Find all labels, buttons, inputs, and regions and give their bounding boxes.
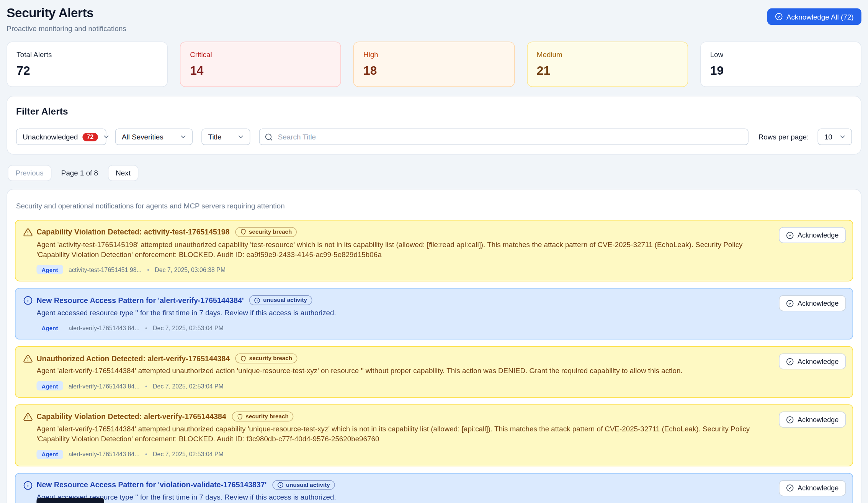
stat-card-low: Low 19: [700, 41, 861, 87]
acknowledge-button[interactable]: Acknowledge: [779, 480, 846, 496]
check-circle-icon: [786, 416, 794, 424]
security-alerts-page: Security Alerts Proactive monitoring and…: [0, 0, 868, 503]
check-circle-icon: [786, 300, 794, 307]
alert-meta: Agent activity-test-17651451 98... • Dec…: [36, 265, 768, 275]
acknowledge-button[interactable]: Acknowledge: [779, 354, 846, 370]
entity-id: alert-verify-17651443 84...: [69, 383, 140, 389]
stat-label: Total Alerts: [16, 51, 158, 59]
chevron-down-icon: [179, 133, 187, 141]
rows-per-page-select[interactable]: 10: [817, 128, 852, 145]
meta-dot: •: [145, 451, 147, 457]
alert-description: Agent accessed resource type '' for the …: [36, 493, 768, 503]
alerts-list: Capability Violation Detected: activity-…: [15, 220, 853, 503]
page-title: Security Alerts: [7, 5, 126, 20]
alert-item: Capability Violation Detected: alert-ver…: [15, 405, 853, 466]
chevron-down-icon: [237, 133, 245, 141]
acknowledge-button-label: Acknowledge: [798, 358, 839, 365]
entity-type-badge: Agent: [36, 265, 63, 275]
chevron-down-icon: [839, 133, 846, 141]
severity-badge-label: security breach: [245, 413, 288, 420]
severity-filter-select[interactable]: All Severities: [115, 128, 193, 145]
alert-body: Capability Violation Detected: activity-…: [36, 227, 845, 275]
stat-card-medium: Medium 21: [527, 41, 688, 87]
check-circle-icon: [786, 358, 794, 365]
alert-description: Agent 'alert-verify-1765144384' attempte…: [36, 366, 768, 377]
partial-tooltip: [36, 498, 104, 503]
alert-title: New Resource Access Pattern for 'violati…: [36, 481, 266, 489]
search-input[interactable]: [259, 128, 749, 145]
page-info: Page 1 of 8: [61, 169, 98, 177]
triangle-alert-icon: [23, 354, 33, 364]
meta-dot: •: [147, 266, 149, 273]
severity-filter-value: All Severities: [122, 133, 163, 141]
stat-label: Low: [710, 51, 852, 59]
stat-label: Critical: [190, 51, 331, 59]
filter-panel: Filter Alerts Unacknowledged 72 All Seve…: [7, 96, 861, 154]
acknowledge-button[interactable]: Acknowledge: [779, 227, 846, 243]
check-circle-icon: [786, 484, 794, 492]
alerts-panel: Security and operational notifications f…: [7, 189, 861, 503]
entity-type-badge: Agent: [36, 381, 63, 391]
alert-body: New Resource Access Pattern for 'alert-v…: [36, 295, 845, 333]
alert-title-row: New Resource Access Pattern for 'alert-v…: [36, 295, 768, 305]
severity-badge: unusual activity: [272, 480, 335, 490]
alert-item: Capability Violation Detected: activity-…: [15, 220, 853, 282]
info-circle-icon: [23, 481, 33, 490]
previous-page-button[interactable]: Previous: [8, 165, 51, 181]
info-circle-icon: [23, 296, 33, 306]
alert-title: Capability Violation Detected: alert-ver…: [36, 413, 226, 421]
stat-value: 72: [16, 64, 158, 78]
stat-card-high: High 18: [353, 41, 515, 87]
stat-value: 14: [190, 64, 331, 78]
triangle-alert-icon: [23, 412, 33, 422]
page-header-text: Security Alerts Proactive monitoring and…: [7, 5, 126, 33]
entity-type-badge: Agent: [36, 450, 63, 459]
info-icon: [254, 297, 260, 303]
alert-timestamp: Dec 7, 2025, 02:53:04 PM: [153, 451, 224, 457]
unacknowledged-count-badge: 72: [82, 133, 98, 141]
next-page-button[interactable]: Next: [108, 165, 138, 181]
alert-title: New Resource Access Pattern for 'alert-v…: [36, 296, 244, 305]
meta-dot: •: [145, 324, 147, 331]
page-subtitle: Proactive monitoring and notifications: [7, 25, 126, 33]
info-icon: [277, 482, 283, 488]
shield-icon: [240, 356, 247, 362]
alert-title-row: Capability Violation Detected: activity-…: [36, 227, 768, 237]
alert-description: Agent 'alert-verify-1765144384' attempte…: [36, 424, 768, 444]
rows-per-page-value: 10: [824, 133, 832, 141]
search-wrap: [259, 128, 749, 145]
field-filter-value: Title: [208, 133, 222, 141]
alert-timestamp: Dec 7, 2025, 02:53:04 PM: [153, 324, 224, 331]
stat-value: 18: [363, 64, 505, 78]
rows-per-page-label: Rows per page:: [758, 133, 809, 141]
search-icon: [265, 133, 273, 141]
alert-title-row: Unauthorized Action Detected: alert-veri…: [36, 354, 768, 363]
acknowledge-button[interactable]: Acknowledge: [779, 295, 846, 311]
stat-label: High: [363, 51, 505, 59]
severity-badge-label: unusual activity: [286, 482, 330, 488]
severity-badge-label: security breach: [249, 229, 292, 235]
alert-body: Unauthorized Action Detected: alert-veri…: [36, 354, 845, 391]
acknowledge-button-label: Acknowledge: [798, 416, 839, 424]
check-circle-icon: [775, 13, 783, 20]
acknowledge-button-label: Acknowledge: [798, 484, 839, 492]
stats-row: Total Alerts 72 Critical 14 High 18 Medi…: [7, 41, 861, 87]
alert-description: Agent 'activity-test-1765145198' attempt…: [36, 239, 768, 260]
alert-body: New Resource Access Pattern for 'violati…: [36, 480, 845, 503]
alert-item: New Resource Access Pattern for 'alert-v…: [15, 288, 853, 339]
alert-item: New Resource Access Pattern for 'violati…: [15, 473, 853, 503]
stat-label: Medium: [537, 51, 678, 59]
acknowledge-button[interactable]: Acknowledge: [779, 412, 846, 428]
alerts-panel-description: Security and operational notifications f…: [15, 202, 853, 210]
acknowledge-all-button[interactable]: Acknowledge All (72): [767, 8, 861, 25]
alert-item: Unauthorized Action Detected: alert-veri…: [15, 346, 853, 398]
alert-title-row: Capability Violation Detected: alert-ver…: [36, 412, 768, 421]
alert-title-row: New Resource Access Pattern for 'violati…: [36, 480, 768, 490]
status-filter-select[interactable]: Unacknowledged 72: [16, 128, 106, 145]
severity-badge: unusual activity: [249, 295, 312, 305]
severity-badge: security breach: [232, 412, 293, 421]
page-header: Security Alerts Proactive monitoring and…: [7, 5, 861, 33]
stat-card-critical: Critical 14: [180, 41, 341, 87]
severity-badge-label: security breach: [249, 355, 292, 362]
field-filter-select[interactable]: Title: [201, 128, 250, 145]
